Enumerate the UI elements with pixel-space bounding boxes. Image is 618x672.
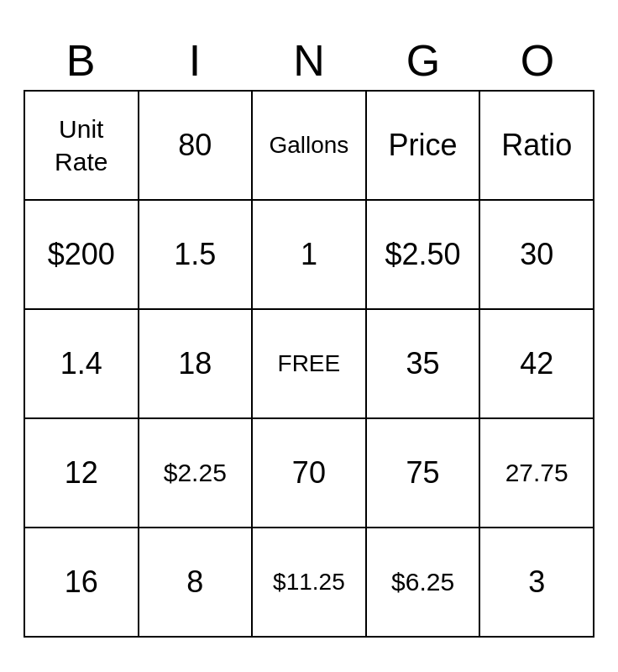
cell-r3-c0: 12 [24,418,139,528]
cell-r2-c1: 18 [139,309,253,418]
cell-r0-c0: UnitRate [24,91,139,200]
bingo-card: B I N G O UnitRate 80 Gallons Price Rati… [24,34,594,638]
letter-b: B [24,34,138,87]
letter-o: O [480,34,594,87]
cell-r0-c3: Price [366,91,480,200]
cell-r3-c4: 27.75 [479,418,594,528]
cell-r3-c3: 75 [366,418,480,528]
bingo-grid: UnitRate 80 Gallons Price Ratio $200 1.5… [24,90,594,638]
cell-r1-c1: 1.5 [139,200,253,309]
cell-r4-c2: $11.25 [252,528,366,637]
cell-r0-c4: Ratio [479,91,594,200]
table-row: 12 $2.25 70 75 27.75 [24,418,594,528]
cell-r1-c2: 1 [252,200,366,309]
cell-r4-c1: 8 [139,528,253,637]
cell-r1-c4: 30 [479,200,594,309]
bingo-header: B I N G O [24,34,594,87]
cell-r2-c2: FREE [252,309,366,418]
table-row: UnitRate 80 Gallons Price Ratio [24,91,594,200]
cell-r4-c0: 16 [24,528,139,637]
cell-r3-c2: 70 [252,418,366,528]
letter-g: G [366,34,480,87]
letter-i: I [138,34,252,87]
cell-r4-c4: 3 [479,528,594,637]
cell-r4-c3: $6.25 [366,528,480,637]
cell-r0-c1: 80 [139,91,253,200]
cell-r0-c2: Gallons [252,91,366,200]
cell-r2-c0: 1.4 [24,309,139,418]
cell-r3-c1: $2.25 [139,418,253,528]
cell-r2-c3: 35 [366,309,480,418]
table-row: 1.4 18 FREE 35 42 [24,309,594,418]
table-row: 16 8 $11.25 $6.25 3 [24,528,594,637]
cell-r1-c0: $200 [24,200,139,309]
table-row: $200 1.5 1 $2.50 30 [24,200,594,309]
cell-r2-c4: 42 [479,309,594,418]
cell-r1-c3: $2.50 [366,200,480,309]
letter-n: N [252,34,366,87]
